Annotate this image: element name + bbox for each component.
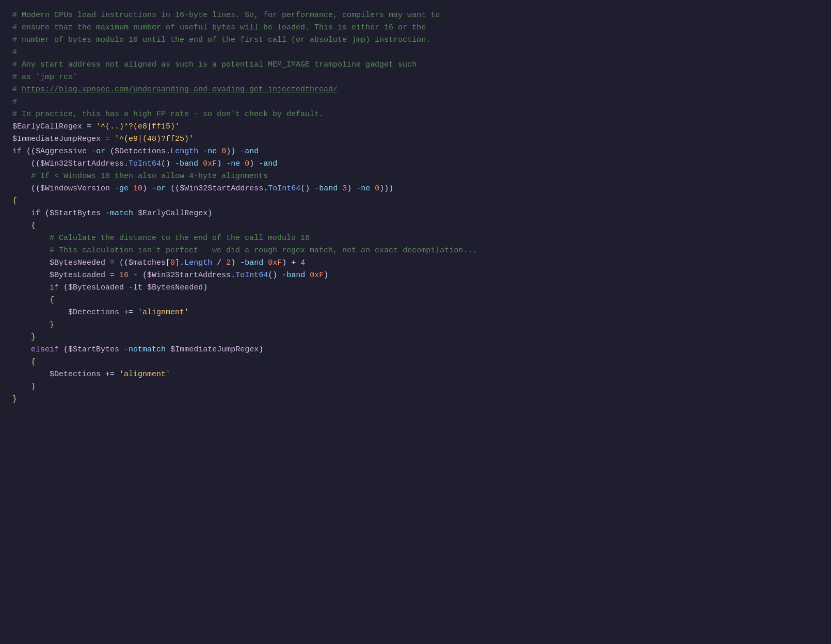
plain bbox=[124, 283, 129, 292]
comment: # Modern CPUs load instructions in 16-by… bbox=[12, 11, 440, 20]
plain bbox=[12, 259, 50, 267]
plain: ) bbox=[203, 283, 207, 292]
plain: (( bbox=[166, 184, 180, 193]
cmdlet: -lt bbox=[129, 283, 142, 292]
cmdlet: -ne bbox=[226, 159, 240, 168]
plain: (( bbox=[12, 184, 40, 193]
plain: ]. bbox=[175, 259, 184, 267]
variable: $BytesLoaded bbox=[68, 283, 124, 292]
code-line-26: } bbox=[12, 319, 819, 331]
string: '^(..)*?(e8|ff15)' bbox=[96, 122, 180, 131]
comment: # Any start address not aligned as such … bbox=[12, 60, 417, 69]
plain bbox=[240, 159, 245, 168]
plain: ) bbox=[217, 159, 226, 168]
code-line-14: # If < Windows 10 then also allow 4-byte… bbox=[12, 170, 819, 183]
variable: $BytesNeeded bbox=[147, 283, 203, 292]
plain: . bbox=[263, 184, 268, 193]
code-line-23: if ($BytesLoaded -lt $BytesNeeded) bbox=[12, 282, 819, 294]
comment: # In practice, this has a high FP rate -… bbox=[12, 110, 324, 119]
variable: $Detections bbox=[50, 370, 101, 379]
comment: # as 'jmp rcx' bbox=[12, 73, 77, 82]
code-editor: # Modern CPUs load instructions in 16-by… bbox=[0, 0, 831, 644]
code-line-27: } bbox=[12, 331, 819, 344]
number: 0xF bbox=[203, 159, 217, 168]
variable: $BytesLoaded bbox=[50, 271, 105, 280]
cmdlet: -band bbox=[282, 271, 305, 280]
plain: += bbox=[119, 308, 138, 317]
variable: $BytesNeeded bbox=[50, 259, 105, 267]
plain bbox=[12, 209, 31, 218]
plain bbox=[12, 283, 50, 292]
number: 0 bbox=[170, 259, 175, 267]
plain bbox=[12, 345, 31, 354]
brace: } bbox=[31, 333, 36, 342]
code-line-24: { bbox=[12, 294, 819, 307]
code-line-21: $BytesNeeded = (($matches[0].Length / 2)… bbox=[12, 257, 819, 269]
plain: (( bbox=[22, 147, 36, 156]
plain bbox=[370, 184, 375, 193]
code-line-9: # In practice, this has a high FP rate -… bbox=[12, 108, 819, 121]
plain: ) + bbox=[282, 259, 300, 267]
variable: $EarlyCallRegex bbox=[138, 209, 207, 218]
plain: = (( bbox=[105, 259, 129, 267]
variable: $Detections bbox=[115, 147, 166, 156]
brace: { bbox=[31, 358, 36, 366]
plain: ) bbox=[142, 184, 152, 193]
method: Length bbox=[170, 147, 198, 156]
cmdlet: -and bbox=[259, 159, 277, 168]
plain: ) bbox=[259, 345, 263, 354]
plain: (( bbox=[12, 159, 40, 168]
plain: ) bbox=[324, 271, 328, 280]
plain: () bbox=[161, 159, 175, 168]
variable: $Win32StartAddress bbox=[40, 159, 124, 168]
code-line-18: { bbox=[12, 220, 819, 232]
keyword-if: if bbox=[50, 283, 59, 292]
variable: $Aggressive bbox=[36, 147, 87, 156]
plain: ) bbox=[249, 159, 259, 168]
plain bbox=[12, 246, 50, 255]
number: 0xF bbox=[268, 259, 282, 267]
plain: ) bbox=[347, 184, 356, 193]
code-line-19: # Calulate the distance to the end of th… bbox=[12, 232, 819, 245]
plain: = bbox=[82, 122, 96, 131]
plain: += bbox=[101, 370, 119, 379]
cmdlet: -match bbox=[105, 209, 133, 218]
number: 0 bbox=[375, 184, 379, 193]
plain bbox=[12, 320, 50, 329]
number: 10 bbox=[133, 184, 142, 193]
plain bbox=[110, 184, 115, 193]
plain: = bbox=[101, 135, 115, 143]
number: 16 bbox=[119, 271, 129, 280]
cmdlet: -band bbox=[314, 184, 338, 193]
plain bbox=[12, 358, 31, 366]
plain: )) bbox=[226, 147, 240, 156]
plain bbox=[12, 382, 31, 391]
code-line-30: $Detections += 'alignment' bbox=[12, 368, 819, 381]
plain bbox=[305, 271, 310, 280]
code-line-7: # https://blog.xpnsec.com/undersanding-a… bbox=[12, 84, 819, 96]
plain: ( bbox=[59, 345, 68, 354]
link: https://blog.xpnsec.com/undersanding-and… bbox=[22, 85, 338, 94]
code-line-2: # ensure that the maximum number of usef… bbox=[12, 22, 819, 34]
plain bbox=[142, 283, 147, 292]
brace: } bbox=[12, 395, 17, 404]
plain bbox=[133, 209, 138, 218]
plain: () bbox=[268, 271, 282, 280]
code-line-15: (($WindowsVersion -ge 10) -or (($Win32St… bbox=[12, 183, 819, 195]
plain: . bbox=[231, 271, 235, 280]
code-line-11: $ImmediateJumpRegex = '^(e9|(48)?ff25)' bbox=[12, 133, 819, 146]
code-line-4: # bbox=[12, 46, 819, 59]
code-line-25: $Detections += 'alignment' bbox=[12, 307, 819, 319]
plain: ( bbox=[105, 147, 115, 156]
code-line-31: } bbox=[12, 381, 819, 393]
method: ToInt64 bbox=[235, 271, 268, 280]
keyword-if: if bbox=[12, 147, 22, 156]
plain: - ( bbox=[129, 271, 147, 280]
string: '^(e9|(48)?ff25)' bbox=[115, 135, 194, 143]
plain: ( bbox=[59, 283, 68, 292]
number: 3 bbox=[342, 184, 347, 193]
code-line-1: # Modern CPUs load instructions in 16-by… bbox=[12, 9, 819, 22]
plain bbox=[12, 271, 50, 280]
cmdlet: -notmatch bbox=[124, 345, 166, 354]
cmdlet: -ge bbox=[115, 184, 129, 193]
